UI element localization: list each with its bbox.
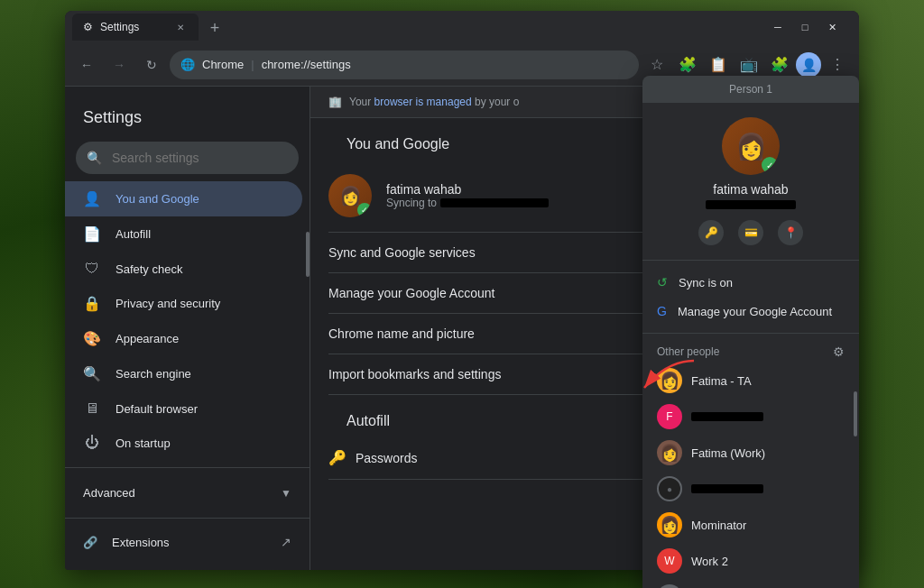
passwords-icon: 🔑 xyxy=(328,449,346,466)
person-avatar-mominator: 👩 xyxy=(657,512,682,537)
sidebar-label-appearance: Appearance xyxy=(116,332,179,345)
dropdown-name: fatima wahab xyxy=(713,182,788,197)
toolbar-icon-4[interactable]: 🧩 xyxy=(765,51,794,79)
bookmark-button[interactable]: ☆ xyxy=(642,51,671,79)
dropdown-card-icon[interactable]: 💳 xyxy=(738,220,763,245)
dropdown-menu-section: ↺ Sync is on G Manage your Google Accoun… xyxy=(642,261,859,334)
dropdown-manage-google-item[interactable]: G Manage your Google Account xyxy=(642,297,859,326)
title-bar: ⚙ Settings ✕ + ─ □ ✕ xyxy=(65,11,859,43)
manage-account-label: Manage your Google Account xyxy=(328,286,494,300)
search-engine-icon: 🔍 xyxy=(83,365,101,382)
sidebar-item-appearance[interactable]: 🎨 Appearance xyxy=(65,321,302,356)
profile-avatar-button[interactable]: 👤 xyxy=(796,52,821,78)
dropdown-profile-section: 👩 ✓ fatima wahab 🔑 💳 📍 xyxy=(642,103,859,261)
sidebar-item-you-and-google[interactable]: 👤 You and Google xyxy=(65,181,302,216)
person-name-work2: Work 2 xyxy=(691,555,728,568)
sidebar-advanced-section[interactable]: Advanced ▼ xyxy=(65,475,310,510)
privacy-icon: 🔒 xyxy=(83,295,101,312)
google-icon: G xyxy=(657,304,667,318)
extensions-label: Extensions xyxy=(112,536,170,549)
person-avatar-4: ● xyxy=(657,476,682,501)
sidebar-label-privacy: Privacy and security xyxy=(116,297,220,310)
sidebar-item-default-browser[interactable]: 🖥 Default browser xyxy=(65,391,302,426)
sidebar-item-extensions[interactable]: 🔗 Extensions ↗ xyxy=(65,526,310,558)
search-icon: 🔍 xyxy=(87,151,102,165)
sync-on-label: Sync is on xyxy=(679,276,733,289)
person-avatar-guest: 👤 xyxy=(657,584,682,588)
sidebar: Settings 🔍 👤 You and Google 📄 Autofill 🛡… xyxy=(65,87,310,570)
sidebar-label-search-engine: Search engine xyxy=(116,367,191,381)
extensions-icon: 🔗 xyxy=(83,536,97,549)
autofill-icon: 📄 xyxy=(83,225,101,243)
search-wrapper: 🔍 xyxy=(76,142,299,174)
managed-text: Your browser is managed by your o xyxy=(349,96,519,108)
sidebar-item-safety-check[interactable]: 🛡 Safety check xyxy=(65,252,302,286)
toolbar-icon-1[interactable]: 🧩 xyxy=(673,51,702,79)
person-item-fatima-work[interactable]: 👩 Fatima (Work) xyxy=(642,435,859,471)
person-item-4[interactable]: ● xyxy=(642,471,859,507)
person-item-mominator[interactable]: 👩 Mominator xyxy=(642,507,859,543)
person-item-guest[interactable]: 👤 Guest xyxy=(642,579,859,588)
sync-on-icon: ↺ xyxy=(657,275,668,289)
person-avatar-fatima-work: 👩 xyxy=(657,440,682,465)
dropdown-location-icon[interactable]: 📍 xyxy=(778,220,803,245)
toolbar-icon-3[interactable]: 📺 xyxy=(735,51,763,79)
search-input[interactable] xyxy=(76,142,299,174)
forward-button[interactable]: → xyxy=(105,51,134,79)
sidebar-item-search-engine[interactable]: 🔍 Search engine xyxy=(65,356,302,391)
toolbar-icon-2[interactable]: 📋 xyxy=(704,51,733,79)
person-name-mominator: Mominator xyxy=(691,519,746,532)
sidebar-item-privacy-security[interactable]: 🔒 Privacy and security xyxy=(65,286,302,321)
passwords-label: Passwords xyxy=(356,451,417,465)
dropdown-action-icons: 🔑 💳 📍 xyxy=(698,220,803,245)
person-item-work2[interactable]: W Work 2 xyxy=(642,543,859,579)
extensions-external-link-icon: ↗ xyxy=(281,535,291,549)
sidebar-label-safety-check: Safety check xyxy=(116,262,182,276)
sidebar-label-on-startup: On startup xyxy=(116,436,171,450)
sidebar-item-autofill[interactable]: 📄 Autofill xyxy=(65,216,302,252)
dropdown-avatar: 👩 ✓ xyxy=(722,117,780,175)
toolbar-icons: ☆ 🧩 📋 📺 🧩 👤 ⋮ xyxy=(642,51,852,79)
minimize-button[interactable]: ─ xyxy=(765,14,790,40)
maximize-button[interactable]: □ xyxy=(792,14,818,40)
reload-button[interactable]: ↻ xyxy=(137,51,166,79)
profile-dropdown: Person 1 👩 ✓ fatima wahab 🔑 💳 📍 ↺ Sync i… xyxy=(642,76,859,588)
profile-avatar: 👩 ✓ xyxy=(328,174,372,217)
manage-google-label: Manage your Google Account xyxy=(678,305,832,318)
url-bar[interactable]: 🌐 Chrome | chrome://settings xyxy=(170,51,639,79)
url-secure-icon: 🌐 xyxy=(180,58,195,71)
close-button[interactable]: ✕ xyxy=(819,14,845,40)
sync-indicator: ✓ xyxy=(357,203,372,217)
on-startup-icon: ⏻ xyxy=(83,435,101,451)
dropdown-key-icon[interactable]: 🔑 xyxy=(698,220,724,245)
appearance-icon: 🎨 xyxy=(83,330,101,347)
default-browser-icon: 🖥 xyxy=(83,400,101,417)
sidebar-search-wrapper: 🔍 xyxy=(65,142,310,181)
managed-link[interactable]: browser is managed xyxy=(374,96,472,108)
new-tab-button[interactable]: + xyxy=(202,15,227,41)
person-avatar-work2: W xyxy=(657,548,682,574)
person-item-2[interactable]: F xyxy=(642,399,859,435)
back-button[interactable]: ← xyxy=(72,51,101,79)
dropdown-sync-on-item[interactable]: ↺ Sync is on xyxy=(642,268,859,297)
sidebar-scrollbar xyxy=(306,87,310,570)
red-arrow-annotation xyxy=(631,352,703,397)
person-name-redacted-2 xyxy=(691,412,763,421)
other-people-gear-icon[interactable]: ⚙ xyxy=(833,345,845,359)
advanced-label: Advanced xyxy=(83,486,135,500)
you-and-google-icon: 👤 xyxy=(83,190,101,207)
person-avatar-2: F xyxy=(657,404,682,429)
person-name-fatima-work: Fatima (Work) xyxy=(691,446,765,460)
dropdown-header: Person 1 xyxy=(642,76,859,103)
sidebar-item-on-startup[interactable]: ⏻ On startup xyxy=(65,426,302,460)
window-controls: ─ □ ✕ xyxy=(765,14,845,40)
managed-icon: 🏢 xyxy=(328,96,342,108)
sync-email-redacted xyxy=(440,198,549,207)
sidebar-divider-2 xyxy=(65,518,310,519)
tab-close-button[interactable]: ✕ xyxy=(173,20,188,34)
tab-title: Settings xyxy=(100,21,139,33)
settings-tab[interactable]: ⚙ Settings ✕ xyxy=(72,14,199,41)
advanced-chevron-icon: ▼ xyxy=(281,487,291,500)
url-separator: | xyxy=(251,58,254,71)
more-menu-button[interactable]: ⋮ xyxy=(823,51,852,79)
